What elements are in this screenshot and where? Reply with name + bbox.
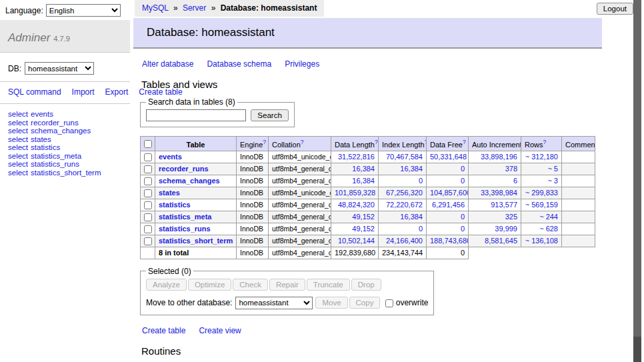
- help-link[interactable]: ?: [301, 139, 304, 145]
- sidebar-table-link[interactable]: statistics_runs: [31, 160, 79, 168]
- action-link[interactable]: Alter database: [142, 59, 193, 69]
- auto-increment-link[interactable]: 378: [505, 165, 517, 173]
- index-length-link[interactable]: 72,220,672: [386, 201, 423, 209]
- rows-link[interactable]: ~ 5: [547, 165, 558, 173]
- row-checkbox[interactable]: [144, 213, 152, 221]
- data-length-link[interactable]: 48,824,320: [338, 201, 375, 209]
- index-length-link[interactable]: 67,256,320: [386, 189, 423, 197]
- sidebar-table-link[interactable]: statistics: [31, 143, 60, 151]
- table-name-link[interactable]: states: [159, 189, 180, 197]
- action-link[interactable]: Create table: [142, 326, 185, 335]
- table-name-link[interactable]: recorder_runs: [159, 165, 209, 173]
- rows-link[interactable]: ~ 136,108: [525, 237, 558, 245]
- language-select[interactable]: English: [46, 4, 121, 17]
- sidebar-action-link[interactable]: SQL command: [8, 87, 61, 97]
- selected-action-button[interactable]: Analyze: [146, 279, 187, 291]
- auto-increment-link[interactable]: 913,577: [491, 201, 517, 209]
- table-name-link[interactable]: statistics_meta: [159, 213, 212, 221]
- sidebar-action-link[interactable]: Import: [72, 87, 95, 97]
- sidebar-table-link[interactable]: statistics_meta: [31, 152, 81, 160]
- action-link[interactable]: Database schema: [207, 59, 271, 69]
- selected-action-button[interactable]: Drop: [351, 279, 381, 291]
- auto-increment-link[interactable]: 39,999: [495, 225, 517, 233]
- index-length-link[interactable]: 0: [419, 177, 423, 185]
- rows-link[interactable]: ~ 3: [547, 177, 558, 185]
- data-length-link[interactable]: 49,152: [352, 225, 375, 233]
- sidebar-table-link[interactable]: statistics_short_term: [31, 169, 101, 177]
- sidebar-select-link[interactable]: select: [8, 143, 28, 151]
- row-checkbox[interactable]: [144, 225, 152, 233]
- action-link[interactable]: Privileges: [285, 59, 319, 69]
- table-name-link[interactable]: schema_changes: [159, 177, 220, 185]
- table-name-link[interactable]: statistics_short_term: [159, 237, 233, 245]
- data-free-link[interactable]: 50,331,648: [430, 153, 467, 161]
- sidebar-table-link[interactable]: states: [31, 135, 51, 143]
- selected-action-button[interactable]: Optimize: [188, 279, 231, 291]
- data-length-link[interactable]: 49,152: [352, 213, 375, 221]
- index-length-link[interactable]: 16,384: [400, 213, 423, 221]
- rows-link[interactable]: ~ 628: [539, 225, 558, 233]
- sidebar-table-link[interactable]: schema_changes: [31, 127, 91, 135]
- row-checkbox[interactable]: [144, 177, 152, 185]
- search-button[interactable]: Search: [251, 109, 288, 121]
- data-free-link[interactable]: 0: [461, 165, 465, 173]
- index-length-link[interactable]: 70,467,584: [386, 153, 423, 161]
- index-length-link[interactable]: 0: [419, 225, 423, 233]
- data-length-link[interactable]: 101,859,328: [335, 189, 375, 197]
- help-link[interactable]: ?: [263, 139, 266, 145]
- row-checkbox[interactable]: [144, 237, 152, 245]
- scrollbar-track[interactable]: [633, 0, 641, 362]
- rows-link[interactable]: ~ 299,833: [525, 189, 558, 197]
- auto-increment-link[interactable]: 8,581,645: [485, 237, 517, 245]
- rows-link[interactable]: ~ 312,180: [525, 153, 558, 161]
- sidebar-select-link[interactable]: select: [8, 160, 28, 168]
- row-checkbox[interactable]: [144, 189, 152, 197]
- move-database-select[interactable]: homeassistant: [235, 297, 313, 309]
- sidebar-select-link[interactable]: select: [8, 152, 28, 160]
- sidebar-select-link[interactable]: select: [8, 110, 28, 118]
- data-free-link[interactable]: 0: [461, 213, 465, 221]
- data-length-link[interactable]: 16,384: [352, 177, 375, 185]
- rows-link[interactable]: ~ 569,159: [525, 201, 558, 209]
- overwrite-checkbox[interactable]: [385, 299, 393, 307]
- logout-button[interactable]: Logout: [597, 3, 633, 15]
- auto-increment-link[interactable]: 33,398,984: [481, 189, 517, 197]
- sidebar-select-link[interactable]: select: [8, 127, 28, 135]
- table-name-link[interactable]: events: [159, 153, 182, 161]
- move-button[interactable]: Move: [315, 297, 347, 309]
- rows-link[interactable]: ~ 244: [539, 213, 558, 221]
- action-link[interactable]: Create view: [199, 326, 241, 335]
- table-name-link[interactable]: statistics: [159, 201, 191, 209]
- data-free-link[interactable]: 6,291,456: [432, 201, 465, 209]
- selected-action-button[interactable]: Truncate: [307, 279, 350, 291]
- table-name-link[interactable]: statistics_runs: [159, 225, 211, 233]
- db-select[interactable]: homeassistant: [25, 62, 94, 75]
- data-free-link[interactable]: 0: [461, 177, 465, 185]
- selected-action-button[interactable]: Repair: [269, 279, 305, 291]
- data-free-link[interactable]: 104,857,600: [430, 189, 469, 197]
- adminer-brand[interactable]: Adminer: [8, 31, 50, 44]
- data-length-link[interactable]: 31,522,816: [338, 153, 375, 161]
- scrollbar-thumb[interactable]: [633, 0, 641, 337]
- data-length-link[interactable]: 16,384: [352, 165, 375, 173]
- data-length-link[interactable]: 10,502,144: [338, 237, 375, 245]
- auto-increment-link[interactable]: 325: [505, 213, 517, 221]
- row-checkbox[interactable]: [144, 165, 152, 173]
- selected-action-button[interactable]: Check: [233, 279, 268, 291]
- breadcrumb-server-link[interactable]: Server: [183, 3, 206, 13]
- help-link[interactable]: ?: [543, 139, 547, 145]
- sidebar-select-link[interactable]: select: [8, 135, 28, 143]
- help-link[interactable]: ?: [375, 139, 378, 145]
- sidebar-table-link[interactable]: events: [31, 110, 53, 118]
- select-all-checkbox[interactable]: [144, 140, 152, 148]
- row-checkbox[interactable]: [144, 153, 152, 161]
- data-free-link[interactable]: 188,743,680: [430, 237, 469, 245]
- row-checkbox[interactable]: [144, 201, 152, 209]
- copy-button[interactable]: Copy: [349, 297, 381, 309]
- help-link[interactable]: ?: [463, 139, 466, 145]
- sidebar-select-link[interactable]: select: [8, 169, 28, 177]
- breadcrumb-server-type-link[interactable]: MySQL: [142, 3, 169, 13]
- data-free-link[interactable]: 0: [461, 225, 465, 233]
- index-length-link[interactable]: 24,166,400: [386, 237, 423, 245]
- auto-increment-link[interactable]: 33,898,196: [481, 153, 517, 161]
